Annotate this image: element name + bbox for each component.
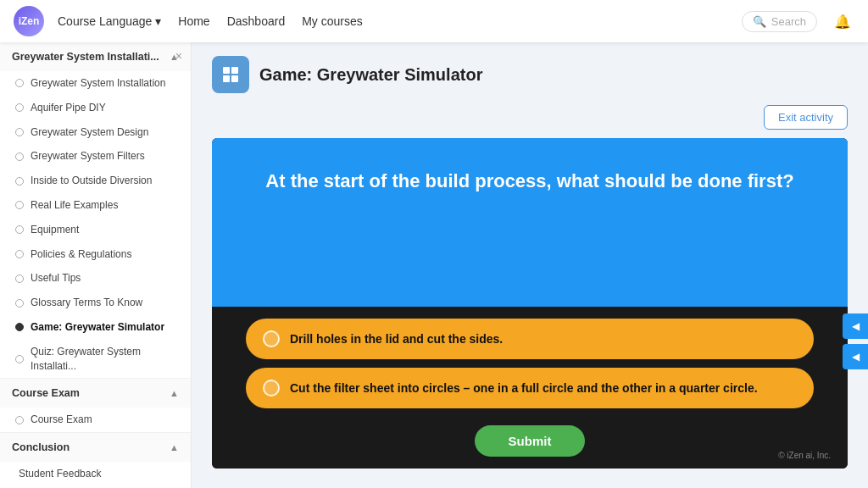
side-btn-1[interactable]: ◀	[843, 313, 868, 339]
answer-text-2: Cut the filter sheet into circles – one …	[290, 380, 758, 396]
item-dot	[15, 201, 24, 209]
item-dot	[15, 355, 24, 363]
close-icon[interactable]: ×	[175, 49, 182, 63]
bell-icon[interactable]: 🔔	[831, 9, 854, 33]
sidebar: × Greywater System Installati... ▲ Greyw…	[0, 42, 192, 488]
nav-course-language[interactable]: Course Language ▾	[58, 14, 161, 28]
item-dot	[15, 299, 24, 308]
submit-button[interactable]: Submit	[475, 425, 586, 457]
item-dot	[15, 250, 24, 258]
nav-dashboard[interactable]: Dashboard	[227, 14, 286, 28]
game-question-text: At the start of the build process, what …	[246, 169, 814, 195]
exit-btn-row: Exit activity	[212, 105, 848, 130]
header: iZen Course Language ▾ Home Dashboard My…	[0, 0, 868, 42]
sidebar-item-policies[interactable]: Policies & Regulations	[0, 242, 191, 267]
game-question-area: At the start of the build process, what …	[212, 138, 848, 307]
exit-activity-button[interactable]: Exit activity	[764, 105, 848, 130]
chevron-down-icon: ▾	[155, 14, 161, 28]
chevron-up-icon: ▲	[170, 442, 179, 452]
item-dot	[15, 274, 24, 283]
answer-radio-2[interactable]	[263, 380, 280, 396]
item-dot	[15, 128, 24, 136]
logo-text: iZen	[19, 15, 40, 27]
item-dot	[15, 103, 24, 112]
game-answers: Drill holes in the lid and cut the sides…	[212, 307, 848, 417]
sidebar-section-header-conclusion[interactable]: Conclusion ▲	[0, 433, 191, 462]
chevron-up-icon: ▲	[170, 388, 179, 398]
item-dot	[15, 225, 24, 234]
side-btn-2[interactable]: ◀	[843, 344, 868, 369]
side-buttons: ◀ ◀	[843, 313, 868, 369]
svg-rect-1	[231, 67, 238, 74]
sidebar-item-game-greywater[interactable]: Game: Greywater Simulator	[0, 315, 191, 340]
sidebar-item-design[interactable]: Greywater System Design	[0, 120, 191, 145]
svg-rect-2	[223, 75, 230, 82]
item-dot	[15, 79, 24, 87]
page-title: Game: Greywater Simulator	[259, 65, 482, 85]
sidebar-item-aquifer[interactable]: Aquifer Pipe DIY	[0, 96, 191, 120]
sidebar-item-student-feedback[interactable]: Student Feedback	[0, 462, 191, 486]
search-placeholder: Search	[771, 15, 806, 28]
content-area: Game: Greywater Simulator Exit activity …	[192, 42, 868, 488]
sidebar-section-course-exam: Course Exam ▲ Course Exam	[0, 379, 191, 433]
sidebar-section-header-greywater[interactable]: Greywater System Installati... ▲	[0, 42, 191, 71]
sidebar-item-inside-outside[interactable]: Inside to Outside Diversion	[0, 169, 191, 193]
sidebar-section-header-exam[interactable]: Course Exam ▲	[0, 379, 191, 408]
copyright-text: © iZen ai, Inc.	[778, 451, 831, 460]
search-bar[interactable]: 🔍 Search	[742, 11, 817, 32]
nav-home[interactable]: Home	[178, 14, 209, 28]
sidebar-item-quiz[interactable]: Quiz: Greywater System Installati...	[0, 340, 191, 379]
main-layout: × Greywater System Installati... ▲ Greyw…	[0, 42, 868, 488]
sidebar-item-real-life[interactable]: Real Life Examples	[0, 193, 191, 218]
sidebar-section-greywater: Greywater System Installati... ▲ Greywat…	[0, 42, 191, 379]
game-footer: Submit © iZen ai, Inc.	[212, 417, 848, 469]
nav-my-courses[interactable]: My courses	[302, 14, 363, 28]
section-title: Greywater System Installati...	[12, 51, 159, 63]
svg-rect-0	[223, 67, 230, 74]
answer-text-1: Drill holes in the lid and cut the sides…	[290, 331, 503, 347]
sidebar-item-useful-tips[interactable]: Useful Tips	[0, 266, 191, 291]
logo[interactable]: iZen	[14, 6, 44, 36]
game-container: At the start of the build process, what …	[212, 138, 848, 469]
sidebar-item-equipment[interactable]: Equipment	[0, 218, 191, 242]
sidebar-item-course-exam[interactable]: Course Exam	[0, 408, 191, 432]
section-title-exam: Course Exam	[12, 387, 80, 399]
answer-option-1[interactable]: Drill holes in the lid and cut the sides…	[246, 319, 814, 359]
item-dot	[15, 177, 24, 186]
answer-option-2[interactable]: Cut the filter sheet into circles – one …	[246, 368, 814, 408]
item-dot	[15, 416, 24, 424]
item-dot	[15, 152, 24, 161]
page-header: Game: Greywater Simulator	[212, 56, 848, 93]
sidebar-section-conclusion: Conclusion ▲ Student Feedback Course Com…	[0, 433, 191, 488]
sidebar-item-filters[interactable]: Greywater System Filters	[0, 144, 191, 169]
svg-rect-3	[231, 75, 238, 82]
sidebar-item-installation[interactable]: Greywater System Installation	[0, 71, 191, 96]
section-title-conclusion: Conclusion	[12, 441, 70, 453]
answer-radio-1[interactable]	[263, 330, 280, 347]
item-dot-active	[15, 323, 24, 331]
sidebar-item-glossary[interactable]: Glossary Terms To Know	[0, 291, 191, 315]
search-icon: 🔍	[753, 15, 766, 28]
game-icon	[212, 56, 249, 93]
